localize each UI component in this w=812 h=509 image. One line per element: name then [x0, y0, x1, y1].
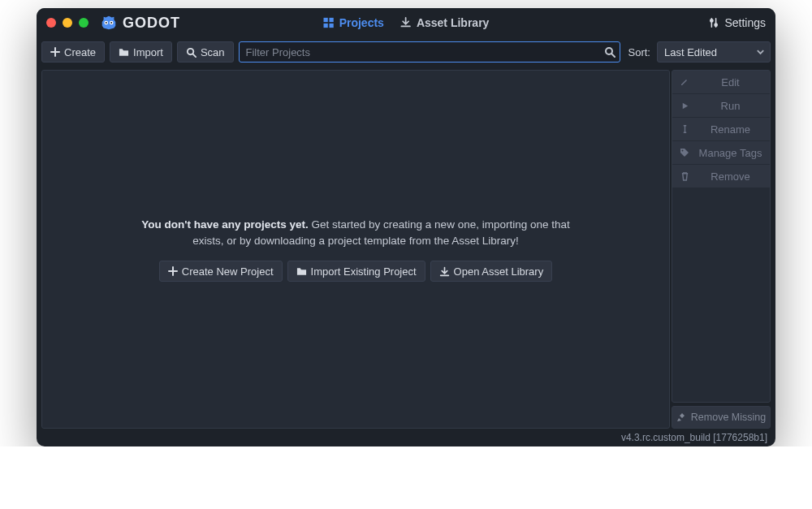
import-existing-project-label: Import Existing Project: [311, 265, 417, 278]
svg-rect-5: [330, 18, 334, 22]
sliders-icon: [708, 17, 719, 28]
side-action-manage-tags[interactable]: Manage Tags: [672, 141, 770, 165]
svg-point-2: [106, 22, 107, 24]
body: You don't have any projects yet. Get sta…: [37, 67, 775, 429]
remove-missing-label: Remove Missing: [691, 412, 766, 423]
side-manage-tags-label: Manage Tags: [698, 147, 763, 159]
scan-button[interactable]: Scan: [177, 41, 234, 63]
side-action-run[interactable]: Run: [672, 94, 770, 118]
side-remove-label: Remove: [698, 170, 763, 183]
sort-label: Sort:: [625, 46, 652, 58]
svg-point-8: [710, 19, 713, 22]
tab-asset-library-label: Asset Library: [417, 16, 489, 29]
app-logo: GODOT: [100, 14, 180, 32]
plus-icon: [50, 47, 60, 57]
chevron-down-icon: [756, 48, 765, 57]
broom-icon: [676, 412, 686, 422]
project-manager-window: GODOT Projects Asset Library Settings: [37, 8, 775, 446]
settings-button[interactable]: Settings: [708, 16, 766, 29]
download-icon: [400, 17, 412, 28]
scan-label: Scan: [201, 46, 225, 58]
import-existing-project-button[interactable]: Import Existing Project: [287, 261, 425, 282]
projects-grid-icon: [323, 17, 335, 28]
filter-search-wrap: [239, 41, 620, 63]
window-minimize-button[interactable]: [63, 18, 72, 28]
toolbar: Create Import Scan Sort: Last Edited: [37, 37, 775, 67]
svg-rect-6: [324, 24, 328, 28]
version-label: v4.3.rc.custom_build [1776258b1]: [621, 432, 767, 443]
import-button[interactable]: Import: [110, 41, 172, 63]
create-label: Create: [64, 46, 96, 58]
tag-icon: [679, 148, 690, 157]
pencil-icon: [679, 77, 690, 87]
side-action-remove[interactable]: Remove: [672, 165, 770, 188]
window-close-button[interactable]: [46, 18, 56, 28]
trash-icon: [679, 171, 690, 181]
empty-state-text: You don't have any projects yet. Get sta…: [136, 217, 575, 250]
window-zoom-button[interactable]: [79, 18, 89, 28]
godot-robot-icon: [100, 14, 118, 32]
side-action-edit[interactable]: Edit: [672, 71, 770, 94]
tab-projects[interactable]: Projects: [323, 16, 384, 29]
sort-value: Last Edited: [664, 46, 717, 58]
plus-icon: [168, 266, 178, 276]
create-new-project-label: Create New Project: [182, 265, 274, 278]
remove-missing-button[interactable]: Remove Missing: [672, 406, 771, 429]
folder-icon: [296, 266, 307, 276]
sort-dropdown[interactable]: Last Edited: [657, 41, 771, 63]
side-rename-label: Rename: [698, 123, 763, 136]
open-asset-library-label: Open Asset Library: [454, 265, 544, 278]
import-label: Import: [133, 46, 163, 58]
side-action-rename[interactable]: Rename: [672, 118, 770, 141]
side-spacer: [672, 188, 770, 402]
tab-asset-library[interactable]: Asset Library: [400, 16, 489, 29]
side-run-label: Run: [698, 100, 763, 112]
svg-point-12: [682, 150, 684, 152]
empty-state-actions: Create New Project Import Existing Proje…: [159, 261, 552, 282]
footer: v4.3.rc.custom_build [1776258b1]: [37, 429, 775, 446]
svg-point-3: [110, 22, 112, 24]
folder-icon: [119, 47, 129, 57]
main-tabs: Projects Asset Library: [323, 16, 490, 29]
side-edit-label: Edit: [698, 76, 763, 88]
play-icon: [679, 101, 690, 110]
settings-label: Settings: [724, 16, 766, 29]
titlebar: GODOT Projects Asset Library Settings: [37, 8, 775, 37]
svg-rect-7: [330, 24, 334, 28]
window-traffic-lights: [46, 18, 89, 28]
filter-projects-input[interactable]: [239, 41, 620, 63]
create-new-project-button[interactable]: Create New Project: [159, 261, 283, 282]
tab-projects-label: Projects: [339, 16, 384, 29]
create-button[interactable]: Create: [41, 41, 105, 63]
svg-point-9: [715, 24, 717, 26]
search-icon: [186, 47, 197, 58]
side-panel: Edit Run Rename: [672, 70, 771, 429]
svg-rect-4: [324, 18, 328, 22]
side-actions-list: Edit Run Rename: [672, 70, 771, 403]
open-asset-library-button[interactable]: Open Asset Library: [430, 261, 553, 282]
download-icon: [439, 266, 450, 277]
text-cursor-icon: [679, 124, 690, 134]
app-name: GODOT: [123, 15, 180, 32]
project-list-panel: You don't have any projects yet. Get sta…: [41, 70, 670, 429]
empty-state-bold: You don't have any projects yet.: [141, 218, 309, 231]
